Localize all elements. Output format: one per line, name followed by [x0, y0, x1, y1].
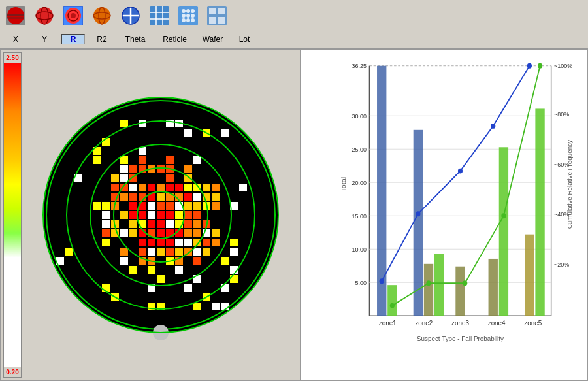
icon-x[interactable]	[4, 4, 27, 27]
svg-point-4	[36, 7, 53, 24]
svg-text:zone5: zone5	[524, 320, 542, 327]
svg-text:~100%: ~100%	[554, 61, 573, 69]
svg-text:zone4: zone4	[488, 320, 506, 327]
svg-text:Suspect Type - Fail Probabilit: Suspect Type - Fail Probability	[417, 335, 504, 342]
svg-rect-64	[424, 264, 433, 316]
svg-rect-66	[455, 267, 465, 316]
svg-text:zone2: zone2	[415, 320, 433, 327]
icon-y[interactable]	[33, 4, 56, 27]
label-r[interactable]: R	[61, 34, 85, 44]
label-lot[interactable]: Lot	[233, 35, 256, 44]
svg-point-25	[186, 9, 190, 13]
chart-svg: 36.25 30.00 25.00 20.00 15.00 10.00 5.00…	[337, 56, 578, 357]
icon-r2[interactable]	[90, 4, 114, 27]
svg-point-73	[458, 169, 463, 174]
svg-text:zone3: zone3	[451, 320, 469, 327]
svg-rect-37	[218, 17, 225, 24]
svg-point-75	[527, 63, 532, 69]
svg-rect-65	[434, 254, 444, 316]
svg-rect-69	[525, 235, 534, 316]
svg-text:Total: Total	[340, 177, 347, 192]
label-y[interactable]: Y	[33, 35, 56, 44]
label-r2[interactable]: R2	[90, 35, 114, 44]
icon-lot[interactable]	[205, 4, 229, 27]
icon-wafer[interactable]	[176, 4, 200, 27]
svg-rect-68	[499, 147, 508, 316]
svg-point-29	[191, 14, 195, 18]
svg-point-32	[191, 18, 195, 22]
label-theta[interactable]: Theta	[119, 35, 152, 44]
svg-text:30.00: 30.00	[351, 112, 366, 120]
svg-text:15.00: 15.00	[351, 212, 366, 220]
label-x[interactable]: X	[4, 35, 27, 44]
svg-point-26	[191, 9, 195, 13]
svg-point-79	[501, 213, 506, 218]
svg-point-71	[380, 278, 384, 284]
svg-point-10	[71, 13, 76, 18]
svg-point-31	[186, 18, 190, 22]
svg-point-24	[182, 9, 186, 13]
svg-rect-3	[7, 17, 24, 19]
svg-point-11	[93, 7, 110, 24]
svg-point-78	[463, 280, 467, 286]
main-content: 2.50 0.20 36.25 30.00	[0, 49, 588, 381]
svg-text:Cumulative Relative Frequency: Cumulative Relative Frequency	[566, 140, 573, 229]
scale-bottom-value: 0.20	[4, 367, 21, 377]
svg-text:~20%: ~20%	[554, 260, 570, 267]
svg-text:25.00: 25.00	[351, 146, 366, 153]
icon-r[interactable]	[61, 4, 85, 27]
svg-text:36.25: 36.25	[351, 61, 366, 69]
toolbar-icons-row	[4, 3, 584, 29]
svg-point-27	[182, 14, 186, 18]
svg-rect-61	[377, 66, 386, 316]
scale-top-value: 2.50	[4, 53, 21, 63]
svg-rect-62	[387, 285, 397, 316]
wafer-map[interactable]	[33, 88, 288, 342]
svg-text:5.00: 5.00	[355, 279, 366, 286]
svg-rect-35	[218, 8, 225, 14]
svg-rect-36	[209, 17, 216, 24]
wafer-container	[24, 52, 297, 378]
label-wafer[interactable]: Wafer	[198, 35, 227, 44]
svg-point-74	[491, 124, 495, 129]
svg-text:20.00: 20.00	[351, 179, 366, 186]
svg-point-28	[186, 14, 190, 18]
toolbar-labels-row: X Y R R2 Theta Reticle Wafer Lot	[4, 33, 584, 46]
color-scale: 2.50 0.20	[3, 52, 22, 378]
toolbar: X Y R R2 Theta Reticle Wafer Lot	[0, 0, 588, 49]
svg-rect-34	[209, 8, 216, 14]
svg-rect-18	[150, 6, 169, 25]
icon-reticle[interactable]	[148, 4, 171, 27]
svg-rect-67	[489, 259, 498, 316]
left-panel: 2.50 0.20	[0, 49, 301, 381]
svg-point-77	[426, 280, 431, 286]
svg-point-30	[182, 18, 186, 22]
svg-text:10.00: 10.00	[351, 246, 366, 253]
svg-point-76	[390, 303, 395, 308]
label-reticle[interactable]: Reticle	[157, 35, 193, 44]
svg-text:~80%: ~80%	[554, 110, 570, 118]
color-gradient	[4, 63, 21, 367]
svg-rect-2	[7, 14, 24, 16]
right-panel: 36.25 30.00 25.00 20.00 15.00 10.00 5.00…	[301, 49, 588, 381]
svg-point-72	[416, 211, 420, 216]
svg-text:zone1: zone1	[379, 320, 397, 327]
svg-point-80	[538, 63, 542, 69]
icon-theta[interactable]	[119, 4, 142, 27]
svg-rect-70	[535, 108, 544, 316]
